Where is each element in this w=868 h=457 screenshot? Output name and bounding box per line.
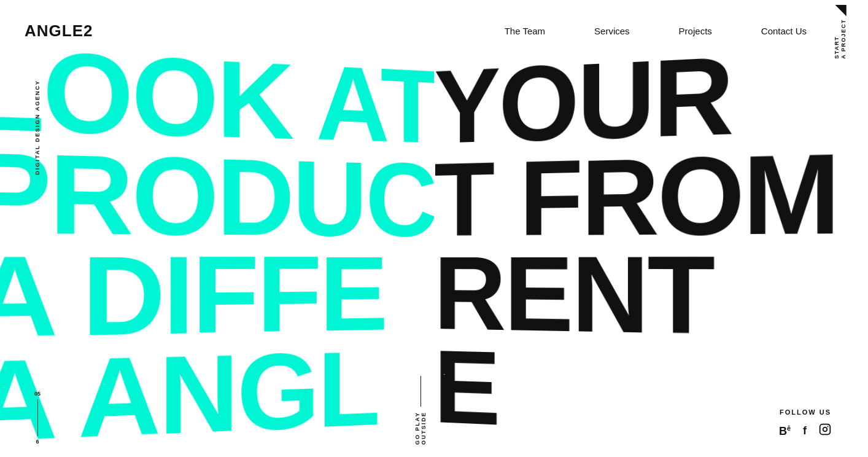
logo[interactable]: ANGLE2 — [25, 21, 93, 41]
start-project-label: STARTA PROJECT — [834, 19, 847, 59]
svg-rect-0 — [820, 424, 831, 435]
instagram-icon[interactable] — [819, 423, 831, 439]
start-project-icon: ◥ — [835, 3, 846, 17]
navbar: ANGLE2 The Team Services Projects Contac… — [0, 0, 868, 61]
go-play-label: GO PLAYOUTSIDE — [414, 412, 427, 445]
follow-us-section: FOLLOW US Bē f — [779, 408, 831, 439]
nav-links: The Team Services Projects Contact Us — [505, 26, 807, 36]
svg-point-1 — [823, 428, 827, 432]
hero-text-dark: YOURT FROMRENTE — [434, 37, 868, 455]
center-divider — [434, 61, 435, 457]
counter-top: 05 — [34, 391, 41, 397]
hero-right-panel: YOURT FROMRENTE — [434, 37, 868, 457]
nav-link-projects[interactable]: Projects — [679, 26, 712, 36]
go-play-line — [420, 376, 421, 407]
go-play-outside: GO PLAYOUTSIDE — [414, 376, 427, 445]
behance-icon[interactable]: Bē — [779, 424, 791, 438]
social-icons: Bē f — [779, 423, 831, 439]
nav-link-contact-us[interactable]: Contact Us — [761, 26, 807, 36]
nav-link-the-team[interactable]: The Team — [505, 26, 545, 36]
hero-text-cyan: LOOK ATPRODUCA DIFFEA ANGL — [0, 37, 434, 455]
svg-point-2 — [827, 426, 829, 427]
follow-us-label: FOLLOW US — [780, 408, 831, 416]
counter-line — [37, 399, 38, 436]
nav-link-services[interactable]: Services — [594, 26, 630, 36]
counter-bottom: 6 — [36, 439, 39, 445]
start-project-button[interactable]: ◥ STARTA PROJECT — [825, 0, 856, 61]
bottom-counter: 05 6 — [34, 391, 41, 445]
hero-left-panel: LOOK ATPRODUCA DIFFEA ANGL — [0, 37, 434, 457]
sidebar-label: DIGITAL DESIGN AGENCY — [34, 80, 41, 175]
facebook-icon[interactable]: f — [803, 424, 807, 437]
